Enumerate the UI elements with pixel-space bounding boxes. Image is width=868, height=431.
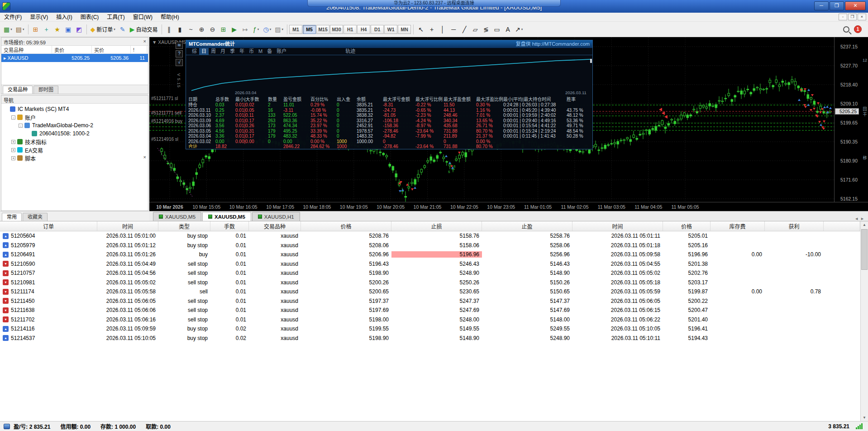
menu-item-5[interactable]: 工具(T) (103, 13, 129, 22)
zoom-in-button[interactable]: ⊕ (196, 24, 207, 35)
stats-tab-月[interactable]: 月 (218, 48, 228, 55)
timeframe-h4-button[interactable]: H4 (357, 25, 370, 34)
orders-column-5[interactable]: 交易品种 (249, 221, 301, 231)
mtcommander-button-3[interactable]: √ (176, 59, 183, 66)
trendline-tool[interactable]: ╱ (459, 24, 470, 35)
mtcommander-button-1[interactable]: ≋ (176, 42, 183, 49)
orders-column-3[interactable]: 类型 (158, 221, 210, 231)
mdi-minimize-button[interactable]: - (839, 14, 847, 20)
navigator-tab-收藏夹[interactable]: 收藏夹 (23, 213, 48, 221)
tree-item[interactable]: IC Markets (SC) MT4 (1, 105, 148, 113)
cursor-tool[interactable]: ↖ (415, 24, 426, 35)
timeframe-d1-button[interactable]: D1 (371, 25, 384, 34)
minimize-button[interactable]: ─ (814, 1, 829, 10)
tree-item[interactable]: +脚本 (1, 154, 148, 162)
orders-column-9[interactable]: 时间 (572, 221, 663, 231)
panel-resize-handle[interactable] (590, 59, 592, 63)
terminal-toggle[interactable]: ▣ (63, 24, 74, 35)
fibonacci-tool[interactable]: ≶ (481, 24, 491, 35)
mtcommander-site-link[interactable]: 复盘侠 http://MTCommander.com (516, 40, 590, 48)
menu-item-7[interactable]: 帮助(H) (157, 13, 183, 22)
menu-item-2[interactable]: 显示(V) (26, 13, 52, 22)
stats-tab-备[interactable]: 备 (265, 48, 274, 55)
expand-icon[interactable]: + (11, 148, 15, 152)
mw-column-2[interactable]: 卖价 (52, 46, 92, 53)
tree-item[interactable]: +技术指标 (1, 138, 148, 146)
tree-item[interactable]: +EA交易 (1, 146, 148, 154)
tab-scroll-left-icon[interactable]: ◄ (854, 216, 858, 221)
orders-column-12[interactable]: 获利 (765, 221, 824, 231)
zoom-out-button[interactable]: ⊖ (207, 24, 218, 35)
line-chart-button[interactable]: ~ (186, 24, 196, 35)
mw-column-1[interactable]: 交易品种 (1, 46, 52, 53)
menu-item-1[interactable]: 文件(F) (0, 13, 26, 22)
order-row[interactable]: ▲512145372026.03.11 05:10:05buy stop0.02… (0, 334, 868, 343)
channel-tool[interactable]: ▱ (470, 24, 481, 35)
search-icon[interactable] (843, 26, 849, 33)
menu-item-4[interactable]: 图表(C) (76, 13, 103, 22)
tile-windows-button[interactable]: ⊞ (218, 24, 229, 35)
notification-badge[interactable]: 1 (854, 25, 862, 33)
close-button[interactable]: ✕ (845, 1, 866, 10)
stats-tab-账户[interactable]: 账户 (274, 48, 289, 55)
mdi-restore-button[interactable]: ❐ (848, 14, 857, 20)
mtcommander-panel[interactable]: MTCommander统计 复盘侠 http://MTCommander.com… (186, 40, 593, 149)
mw-column-4[interactable]: ! (131, 46, 147, 53)
new-order-button[interactable]: ◆新订单▾ (89, 24, 117, 35)
collapse-icon[interactable]: - (19, 124, 23, 128)
periods-button[interactable]: ◷▾ (262, 24, 273, 35)
autotrading-button[interactable]: ▶自动交易 (128, 24, 160, 35)
bar-chart-button[interactable]: ∥ (164, 24, 175, 35)
stats-tab-M[interactable]: M (256, 48, 265, 55)
timeframe-w1-button[interactable]: W1 (384, 25, 397, 34)
order-row[interactable]: ▲512056042026.03.11 05:01:00buy stop0.01… (0, 231, 868, 241)
side-strip-label[interactable]: 干 (862, 111, 868, 117)
mtcommander-button-2[interactable]: ? (176, 50, 183, 57)
time-axis[interactable]: 10 Mar 202610 Mar 15:0510 Mar 16:0510 Ma… (149, 202, 868, 211)
new-chart-button[interactable]: ▦▾ (2, 24, 14, 35)
stats-tab-币[interactable]: 币 (247, 48, 256, 55)
menu-item-6[interactable]: 窗口(W) (129, 13, 157, 22)
orders-column-6[interactable]: 价格 (301, 221, 391, 231)
stats-tab-日[interactable]: 日 (199, 48, 209, 55)
timeframe-m30-button[interactable]: M30 (330, 25, 343, 34)
expand-icon[interactable]: + (11, 156, 15, 160)
orders-column-10[interactable]: 价格 (663, 221, 711, 231)
crosshair-tool[interactable]: + (426, 24, 437, 35)
timeframe-m5-button[interactable]: M5 (303, 25, 316, 34)
price-scale[interactable]: 5237.155227.705218.405209.105199.655190.… (834, 37, 861, 202)
tab-scroll-right-icon[interactable]: ► (860, 216, 864, 221)
order-row[interactable]: ▲512059792026.03.11 05:01:12buy stop0.01… (0, 241, 868, 250)
profiles-button[interactable]: ▤▾ (14, 24, 26, 35)
order-row[interactable]: ▼512117022026.03.11 05:06:16sell stop0.0… (0, 315, 868, 325)
chart-plot[interactable]: $$ ▼ XAUUSD,M5 #51211771 sl#51211771 sel… (149, 37, 834, 202)
close-icon[interactable]: × (143, 38, 146, 44)
order-row[interactable]: ▲512141162026.03.11 05:09:59buy stop0.02… (0, 324, 868, 334)
text-tool[interactable]: A (502, 24, 513, 35)
timeframe-h1-button[interactable]: H1 (343, 25, 357, 34)
timeframe-mn-button[interactable]: MN (398, 25, 411, 34)
candle-chart-button[interactable]: ▮ (175, 24, 186, 35)
stats-tab-周[interactable]: 周 (209, 48, 218, 55)
stats-tab-轨迹[interactable]: 轨迹 (343, 48, 358, 55)
metaeditor-button[interactable]: ✎ (117, 24, 128, 35)
orders-column-4[interactable]: 手数 (210, 221, 249, 231)
tree-item[interactable]: 2060401508: 1000-2 (1, 129, 148, 138)
orders-column-2[interactable]: 时间 (97, 221, 158, 231)
chart-tab-2[interactable]: XAUUSD,M5 (202, 212, 251, 221)
orders-column-1[interactable]: 订单 (0, 221, 97, 231)
timeframe-m1-button[interactable]: M1 (289, 25, 302, 34)
navigator-tab-常用[interactable]: 常用 (2, 213, 22, 221)
orders-column-11[interactable]: 库存费 (711, 221, 765, 231)
order-row[interactable]: ▼512109812026.03.11 05:05:02sell stop0.0… (0, 278, 868, 287)
market-watch-tab-即时图[interactable]: 即时图 (33, 86, 58, 94)
vertical-line-tool[interactable]: │ (437, 24, 448, 35)
chart-tab-3[interactable]: XAUUSD,H1 (252, 212, 300, 221)
auto-scroll-button[interactable]: ▶ (229, 24, 240, 35)
scrollbar-thumb[interactable] (861, 229, 868, 270)
mdi-close-button[interactable]: × (858, 14, 866, 20)
indicators-button[interactable]: ƒ▾ (251, 24, 262, 35)
scroll-down-icon[interactable]: ▼ (861, 414, 868, 421)
arrows-tool[interactable]: ↗▾ (513, 24, 525, 35)
horizontal-line-tool[interactable]: ─ (448, 24, 459, 35)
